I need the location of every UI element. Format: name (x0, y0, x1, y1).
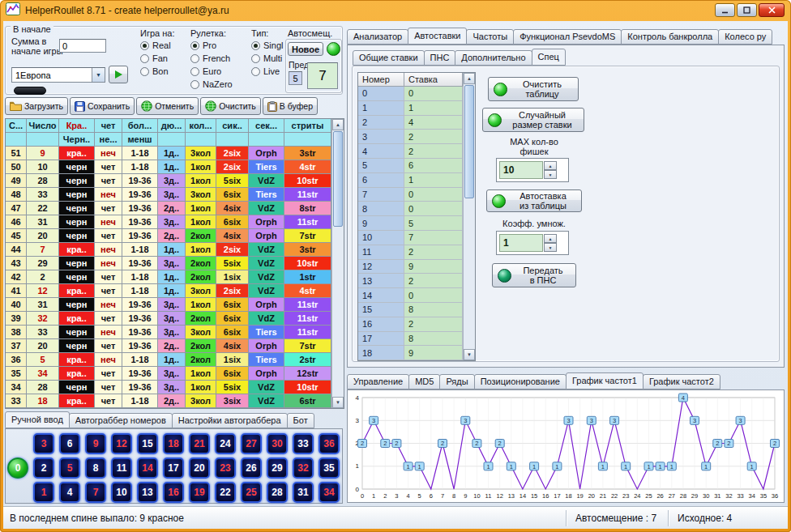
history-row[interactable]: 3534кра..чет19-363д..1кол6sixOrph12str (6, 367, 331, 381)
numpad-number-36[interactable]: 36 (319, 433, 340, 454)
radio-Real[interactable]: Real (140, 40, 174, 51)
scrollbar-track[interactable] (332, 130, 344, 397)
numpad-number-9[interactable]: 9 (85, 433, 106, 454)
numpad-number-35[interactable]: 35 (319, 458, 340, 479)
radio-Euro[interactable]: Euro (190, 66, 233, 77)
numpad-number-22[interactable]: 22 (215, 482, 236, 503)
new-button[interactable]: Новое (288, 42, 323, 56)
minimize-button[interactable] (715, 3, 735, 17)
clear-button[interactable]: Очистить (200, 97, 261, 115)
scrollbar-track[interactable] (464, 84, 475, 349)
history-row[interactable]: 422чернчет1-181д..2кол1sixVdZ1str (6, 270, 331, 284)
bets-row[interactable]: 158 (358, 303, 463, 317)
charttab-График частот1[interactable]: График частот1 (566, 372, 643, 389)
bets-scrollbar[interactable]: ▲ ▼ (463, 73, 475, 360)
history-row[interactable]: 3932кра..чет19-363д..2кол6sixVdZ11str (6, 312, 331, 326)
history-row[interactable]: 3833черннеч19-363д..3кол6sixTiers11str (6, 326, 331, 339)
tab-Частоты[interactable]: Частоты (466, 29, 514, 45)
close-button[interactable] (759, 3, 785, 17)
numpad-number-14[interactable]: 14 (137, 458, 158, 479)
titlebar[interactable]: HelperRoullet 8.71 - create helperroulle… (0, 0, 791, 21)
numpad-number-1[interactable]: 1 (33, 482, 54, 503)
bets-row[interactable]: 32 (358, 130, 463, 144)
numpad-number-4[interactable]: 4 (59, 482, 80, 503)
autobet-from-table-button[interactable]: Автоставкаиз таблицы (486, 189, 582, 212)
inputtab-Автограббер номеров[interactable]: Автограббер номеров (69, 413, 173, 428)
history-row[interactable]: 447кра..неч1-181д..1кол2sixVdZ3str (6, 243, 331, 257)
radio-French[interactable]: French (190, 53, 233, 64)
history-row[interactable]: 3428чернчет19-363д..1кол5sixVdZ10str (6, 381, 331, 394)
history-row[interactable]: 5010чернчет1-181д..1кол2sixTiers4str (6, 160, 331, 174)
numpad-number-12[interactable]: 12 (111, 433, 132, 454)
color-swatch-button[interactable] (14, 87, 46, 95)
numpad-number-5[interactable]: 5 (59, 458, 80, 479)
spin-up-icon[interactable]: ▲ (544, 161, 557, 170)
history-row[interactable]: 4928чернчет19-363д..1кол5sixVdZ10str (6, 174, 331, 188)
subtab-Дополнительно[interactable]: Дополнительно (455, 50, 532, 66)
numpad-number-8[interactable]: 8 (85, 458, 106, 479)
numpad-number-16[interactable]: 16 (163, 482, 184, 503)
maximize-button[interactable] (737, 3, 757, 17)
history-row[interactable]: 4031черннеч19-363д..1кол6sixOrph11str (6, 298, 331, 312)
bets-row[interactable]: 129 (358, 260, 463, 275)
bets-row[interactable]: 112 (358, 245, 463, 260)
numpad-number-13[interactable]: 13 (137, 482, 158, 503)
history-row[interactable]: 4329черннеч19-363д..2кол5sixVdZ10str (6, 257, 331, 270)
bets-row[interactable]: 80 (358, 202, 463, 216)
history-row[interactable]: 4833черннеч19-363д..3кол6sixTiers11str (6, 188, 331, 202)
scroll-down-icon[interactable]: ▼ (332, 397, 344, 408)
scroll-up-icon[interactable]: ▲ (332, 119, 344, 130)
radio-Multi[interactable]: Multi (251, 53, 283, 64)
numpad-number-23[interactable]: 23 (215, 458, 236, 479)
load-button[interactable]: Загрузить (5, 97, 68, 115)
numpad-number-15[interactable]: 15 (137, 433, 158, 454)
bets-row[interactable]: 00 (358, 87, 463, 101)
bets-row[interactable]: 70 (358, 188, 463, 202)
numpad-number-2[interactable]: 2 (33, 458, 54, 479)
inputtab-Настройки автограббера[interactable]: Настройки автограббера (172, 413, 288, 428)
subtab-Общие ставки[interactable]: Общие ставки (353, 50, 425, 66)
history-row[interactable]: 3720чернчет19-362д..2кол4sixOrph7str (6, 339, 331, 353)
charttab-График частот2[interactable]: График частот2 (643, 374, 720, 389)
bets-row[interactable]: 189 (358, 346, 463, 360)
history-row[interactable]: 4520чернчет19-362д..2кол4sixOrph7str (6, 229, 331, 243)
numpad-number-33[interactable]: 33 (293, 433, 314, 454)
history-row[interactable]: 4722чернчет19-362д..1кол4sixVdZ8str (6, 202, 331, 215)
numpad-number-20[interactable]: 20 (189, 458, 210, 479)
spin-down-icon[interactable]: ▼ (544, 170, 557, 179)
history-row[interactable]: 3318кра..чет1-182д..3кол3sixVdZ6str (6, 394, 331, 408)
autoshift-sphere-icon[interactable] (327, 42, 340, 56)
bets-row[interactable]: 140 (358, 288, 463, 303)
numpad-number-17[interactable]: 17 (163, 458, 184, 479)
multiplier-input[interactable] (499, 234, 543, 252)
numpad-number-19[interactable]: 19 (189, 482, 210, 503)
numpad-number-0[interactable]: 0 (7, 458, 28, 479)
numpad-number-32[interactable]: 32 (293, 458, 314, 479)
game-select-combobox[interactable]: 1Европа ▼ (11, 67, 105, 83)
history-row[interactable]: 519кра..неч1-181д..3кол2sixOrph3str (6, 147, 331, 160)
scroll-down-icon[interactable]: ▼ (464, 349, 475, 360)
bets-row[interactable]: 24 (358, 116, 463, 130)
radio-Live[interactable]: Live (251, 66, 283, 77)
radio-Bon[interactable]: Bon (140, 66, 174, 77)
save-button[interactable]: Сохранить (70, 97, 135, 115)
radio-NaZero[interactable]: NaZero (190, 79, 233, 90)
numpad-number-24[interactable]: 24 (215, 433, 236, 454)
numpad-number-6[interactable]: 6 (59, 433, 80, 454)
scrollbar-thumb[interactable] (333, 131, 343, 227)
charttab-Ряды[interactable]: Ряды (439, 374, 474, 389)
bets-row[interactable]: 42 (358, 144, 463, 159)
numpad-number-26[interactable]: 26 (241, 458, 262, 479)
numpad-number-21[interactable]: 21 (189, 433, 210, 454)
radio-Singl[interactable]: Singl (251, 40, 283, 51)
tab-Контроль банкролла[interactable]: Контроль банкролла (621, 29, 719, 45)
undo-button[interactable]: Отменить (136, 97, 199, 115)
history-row[interactable]: 4631черннеч19-363д..1кол6sixOrph11str (6, 215, 331, 229)
max-chips-input[interactable] (499, 161, 543, 179)
history-row[interactable]: 365кра..неч1-181д..2кол1sixTiers2str (6, 353, 331, 367)
numpad-number-7[interactable]: 7 (85, 482, 106, 503)
bets-row[interactable]: 95 (358, 216, 463, 231)
subtab-ПНС[interactable]: ПНС (424, 50, 456, 66)
numpad-number-27[interactable]: 27 (241, 433, 262, 454)
charttab-MD5[interactable]: MD5 (408, 374, 440, 389)
